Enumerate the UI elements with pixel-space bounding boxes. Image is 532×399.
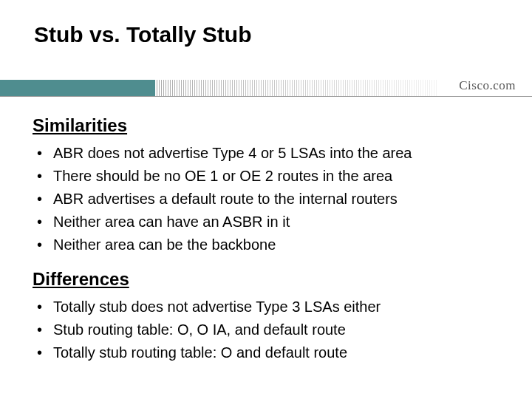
list-item: There should be no OE 1 or OE 2 routes i… bbox=[33, 165, 502, 188]
cisco-logo-text: Cisco.com bbox=[459, 78, 516, 93]
differences-section: Differences Totally stub does not advert… bbox=[33, 269, 502, 364]
similarities-heading: Similarities bbox=[33, 115, 502, 136]
band-stripes bbox=[157, 80, 437, 96]
differences-list: Totally stub does not advertise Type 3 L… bbox=[33, 296, 502, 364]
list-item: Totally stub routing table: O and defaul… bbox=[33, 341, 502, 364]
differences-heading: Differences bbox=[33, 269, 502, 290]
similarities-list: ABR does not advertise Type 4 or 5 LSAs … bbox=[33, 142, 502, 256]
list-item: ABR advertises a default route to the in… bbox=[33, 188, 502, 211]
list-item: Neither area can be the backbone bbox=[33, 233, 502, 256]
list-item: Neither area can have an ASBR in it bbox=[33, 211, 502, 233]
divider-band: Cisco.com bbox=[0, 74, 532, 99]
similarities-section: Similarities ABR does not advertise Type… bbox=[33, 115, 502, 256]
slide-title: Stub vs. Totally Stub bbox=[34, 22, 251, 47]
band-teal-block bbox=[0, 80, 155, 96]
slide: Stub vs. Totally Stub Cisco.com Similari… bbox=[0, 0, 532, 399]
band-underline bbox=[0, 96, 532, 97]
list-item: Totally stub does not advertise Type 3 L… bbox=[33, 296, 502, 318]
list-item: Stub routing table: O, O IA, and default… bbox=[33, 318, 502, 341]
list-item: ABR does not advertise Type 4 or 5 LSAs … bbox=[33, 142, 502, 165]
